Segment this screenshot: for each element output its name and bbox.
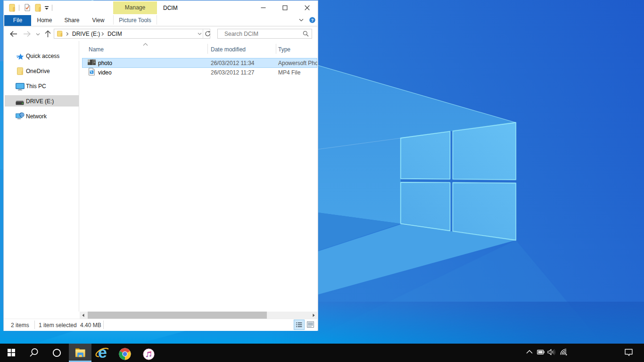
svg-text:?: ?	[311, 18, 314, 23]
